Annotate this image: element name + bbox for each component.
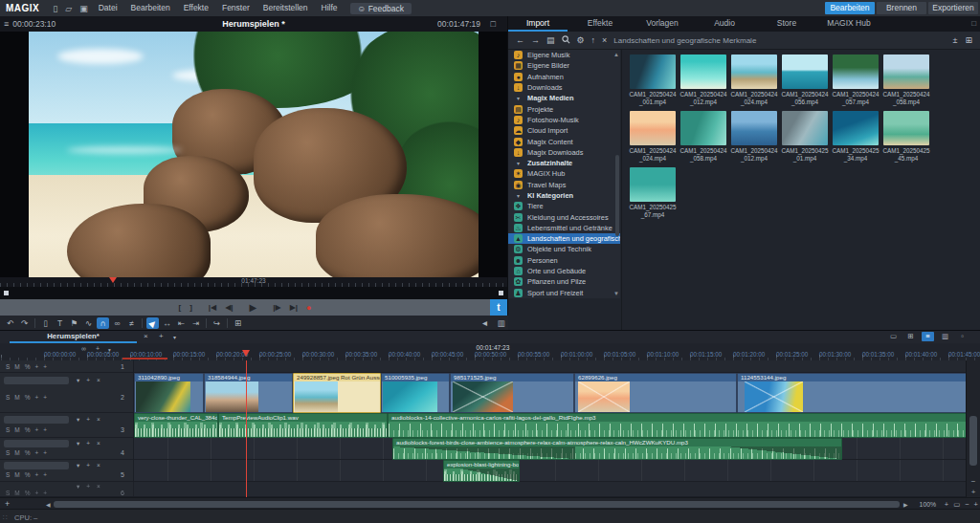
trim-right-icon[interactable]: ⇥ — [189, 317, 202, 329]
audio-clip[interactable]: very-close-thunder_CAL_384d.mp3 — [134, 413, 218, 438]
stretch-mode-icon[interactable]: ↔ — [161, 317, 173, 329]
keyframe-button[interactable]: + — [43, 490, 47, 496]
back-icon[interactable]: ← — [516, 35, 524, 45]
lock-button[interactable]: % — [25, 490, 31, 496]
file-card[interactable]: CAM1_20250425_45.mp4 — [881, 111, 931, 162]
close-project-icon[interactable]: × — [144, 332, 148, 340]
hscroll-thumb[interactable] — [54, 501, 900, 508]
timeline-clip[interactable]: 510005935.jpeg — [381, 373, 450, 413]
tree-scrollbar[interactable] — [615, 155, 619, 236]
timeline-clip[interactable]: 1124553144.jpeg — [737, 373, 967, 413]
tree-item-aufnahmen[interactable]: ●Aufnahmen — [508, 72, 620, 82]
solo-button[interactable]: S — [6, 426, 10, 433]
jump-end-button[interactable]: ▶| — [290, 303, 298, 312]
collapse-track-icon[interactable]: ▾ — [77, 483, 79, 490]
tree-item-projekte[interactable]: ▤Projekte — [508, 103, 620, 114]
project-tab[interactable]: Herumspielen* — [10, 331, 137, 343]
file-card[interactable]: CAM1_20250424_056.mp4 — [780, 54, 830, 105]
tree-item-eigene-bilder[interactable]: ▦Eigene Bilder — [508, 60, 620, 71]
tree-item-magix-downloads[interactable]: ↓Magix Downloads — [508, 147, 620, 158]
tree-scroll-up-icon[interactable]: ▲ — [613, 52, 619, 57]
tab-audio[interactable]: Audio — [695, 16, 754, 32]
track-name-box[interactable] — [4, 462, 69, 469]
tab-vorlagen[interactable]: Vorlagen — [633, 16, 692, 32]
keyframe-button[interactable]: + — [43, 363, 47, 370]
menu-hilfe[interactable]: Hilfe — [315, 0, 345, 16]
tab-import[interactable]: Import — [508, 16, 568, 32]
playhead-handle[interactable] — [242, 350, 250, 357]
redo-icon[interactable]: ↷ — [18, 317, 31, 329]
solo-button[interactable]: S — [6, 490, 10, 496]
scroll-handle-right[interactable] — [499, 291, 503, 295]
menu-fenster[interactable]: Fenster — [215, 0, 256, 16]
solo-button[interactable]: S — [6, 471, 10, 478]
speaker-icon[interactable]: ◄ — [479, 317, 491, 329]
lock-button[interactable]: % — [25, 449, 31, 456]
mute-button[interactable]: M — [14, 449, 19, 456]
preview-scrub-ruler[interactable]: 01:47:23 — [0, 277, 507, 287]
tree-item-magix-hub[interactable]: ✶MAGIX Hub — [508, 168, 620, 179]
mute-button[interactable]: M — [14, 363, 19, 370]
group-icon[interactable]: ∞ — [111, 317, 123, 329]
delete-icon[interactable]: ▯ — [39, 317, 52, 329]
tree-item-personen[interactable]: ☻Personen — [508, 255, 620, 266]
tree-item-orte[interactable]: ⌂Orte und Gebäude — [508, 266, 620, 276]
collapse-track-icon[interactable]: ▾ — [77, 416, 79, 424]
ungroup-icon[interactable]: ≠ — [125, 317, 138, 329]
range-in-button[interactable]: [ — [178, 303, 181, 312]
menu-datei[interactable]: Datei — [92, 0, 124, 16]
mode-exportieren-button[interactable]: Exportieren — [928, 2, 978, 14]
tab-magix-hub[interactable]: MAGIX Hub — [819, 16, 879, 32]
file-card[interactable]: CAM1_20250424_058.mp4 — [679, 111, 728, 162]
resize-grip[interactable]: ∷ — [3, 513, 9, 522]
tree-item-sport[interactable]: ♟Sport und Freizeit — [508, 288, 620, 298]
solo-button[interactable]: S — [6, 449, 10, 456]
range-marker[interactable] — [122, 358, 167, 360]
open-folder-icon[interactable]: ▱ — [65, 4, 72, 13]
tab-effekte[interactable]: Effekte — [570, 16, 630, 32]
audio-clip[interactable]: explosion-blast-lightning-bolt... — [443, 460, 520, 482]
scroll-right-icon[interactable]: ▶ — [903, 501, 908, 508]
close-track-icon[interactable]: × — [97, 462, 100, 469]
frame-export-icon[interactable]: ⊞ — [232, 317, 244, 329]
collapse-track-icon[interactable]: ▾ — [77, 377, 79, 384]
keyframe-button[interactable]: + — [35, 363, 39, 370]
clear-icon[interactable]: × — [602, 35, 607, 45]
keyframe-button[interactable]: + — [35, 471, 39, 478]
add-effect-icon[interactable]: + — [86, 483, 90, 490]
timeline-vertical-scrollbar[interactable]: − + — [966, 360, 980, 497]
timeline-view-icon[interactable]: ≡ — [922, 332, 934, 341]
tree-item-tiere[interactable]: ❖Tiere — [508, 201, 620, 211]
view-grid-icon[interactable]: ⊞ — [965, 35, 972, 45]
range-out-button[interactable]: ] — [189, 303, 192, 312]
file-card[interactable]: CAM1_20250424_058.mp4 — [881, 54, 931, 105]
keyframe-button[interactable]: + — [35, 426, 39, 433]
vscroll-thumb[interactable] — [969, 416, 977, 466]
track-6-lane[interactable] — [0, 482, 967, 497]
file-card[interactable]: CAM1_20250425_01.mp4 — [780, 111, 830, 162]
feedback-button[interactable]: ☺ Feedback — [350, 3, 412, 14]
close-track-icon[interactable]: × — [97, 377, 100, 384]
preview-scrollbar[interactable] — [0, 287, 507, 299]
collapse-track-icon[interactable]: ▾ — [77, 462, 79, 469]
close-track-icon[interactable]: × — [97, 440, 100, 447]
tree-item-kleidung[interactable]: ✂Kleidung und Accessoires — [508, 211, 620, 222]
keyframe-button[interactable]: + — [43, 471, 47, 478]
jump-start-button[interactable]: |◀ — [209, 303, 216, 312]
track-name-box[interactable] — [4, 377, 69, 384]
tree-item-pflanzen[interactable]: ✿Pflanzen und Pilze — [508, 276, 620, 287]
file-card[interactable]: CAM1_20250424_012.mp4 — [729, 111, 779, 162]
mixer-icon[interactable]: ▥ — [495, 317, 507, 329]
fade-out-handle[interactable] — [461, 469, 519, 481]
tree-section-magix-medien[interactable]: ▾Magix Medien — [508, 93, 620, 103]
frame-forward-button[interactable]: |▶ — [273, 303, 280, 312]
keyframe-button[interactable]: + — [35, 394, 39, 401]
add-project-icon[interactable]: + — [159, 332, 164, 340]
close-track-icon[interactable]: × — [97, 483, 100, 490]
add-effect-icon[interactable]: + — [86, 416, 90, 424]
file-card[interactable]: CAM1_20250424_012.mp4 — [679, 54, 728, 105]
solo-button[interactable]: S — [6, 363, 10, 370]
search-icon[interactable] — [562, 35, 570, 46]
mouse-mode-icon[interactable]: ▶ — [146, 317, 159, 329]
tree-item-fotoshow-musik[interactable]: ♪Fotoshow-Musik — [508, 115, 620, 125]
